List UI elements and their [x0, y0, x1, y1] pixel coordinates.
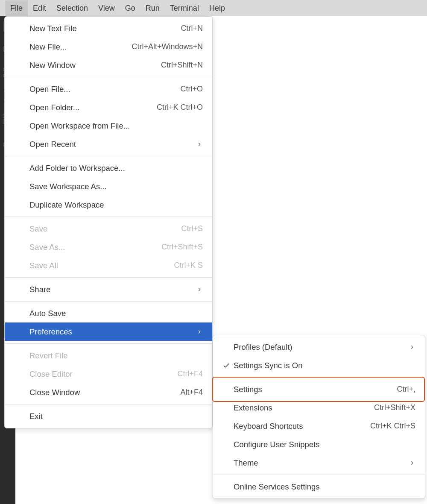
- file-menu-item-save-as: Save As...Ctrl+Shift+S: [5, 238, 212, 256]
- file-menu-dropdown: New Text FileCtrl+NNew File...Ctrl+Alt+W…: [4, 16, 213, 428]
- menu-item-label: Close Editor: [29, 369, 73, 379]
- file-menu-item-preferences[interactable]: Preferences: [5, 322, 212, 341]
- file-menu-item-close-editor: Close EditorCtrl+F4: [5, 365, 212, 383]
- menu-item-label: Revert File: [29, 351, 67, 360]
- file-menu-item-open-file[interactable]: Open File...Ctrl+O: [5, 80, 212, 98]
- menu-item-label: Open Folder...: [29, 103, 79, 112]
- file-menu-item-revert-file: Revert File: [5, 346, 212, 365]
- file-menu-item-duplicate-workspace[interactable]: Duplicate Workspace: [5, 196, 212, 214]
- menu-item-label: New File...: [29, 42, 67, 52]
- menu-shortcut: Ctrl+K S: [174, 261, 203, 270]
- menu-item-label: Save Workspace As...: [29, 182, 107, 191]
- menu-separator: [5, 404, 212, 404]
- menu-item-label: Add Folder to Workspace...: [29, 164, 125, 173]
- menu-shortcut: Ctrl+Shift+S: [161, 243, 203, 252]
- menu-item-label: Settings Sync is On: [234, 361, 302, 370]
- menu-item-label: Open Recent: [29, 140, 76, 149]
- file-menu-item-save: SaveCtrl+S: [5, 220, 212, 238]
- menu-shortcut: Alt+F4: [180, 388, 203, 397]
- menu-item-label: Open File...: [29, 85, 70, 94]
- file-menu-item-new-window[interactable]: New WindowCtrl+Shift+N: [5, 56, 212, 74]
- prefs-menu-item-theme[interactable]: Theme: [213, 454, 425, 472]
- menu-item-label: Configure User Snippets: [234, 440, 320, 449]
- menu-item-label: Save As...: [29, 243, 65, 252]
- menu-separator: [5, 156, 212, 156]
- file-menu-item-save-all: Save AllCtrl+K S: [5, 256, 212, 275]
- menubar-help[interactable]: Help: [204, 0, 230, 16]
- menu-item-label: New Text File: [29, 24, 77, 33]
- file-menu-item-new-file[interactable]: New File...Ctrl+Alt+Windows+N: [5, 38, 212, 56]
- file-menu-item-auto-save[interactable]: Auto Save: [5, 304, 212, 322]
- menubar-terminal[interactable]: Terminal: [165, 0, 204, 16]
- menu-item-label: Preferences: [29, 327, 72, 337]
- menu-item-label: Open Workspace from File...: [29, 121, 130, 131]
- menu-separator: [5, 217, 212, 217]
- menubar-selection[interactable]: Selection: [51, 0, 93, 16]
- menu-shortcut: Ctrl+N: [181, 24, 203, 33]
- menu-item-label: Share: [29, 285, 50, 294]
- menu-shortcut: Ctrl+S: [181, 224, 203, 233]
- menu-separator: [5, 77, 212, 77]
- menu-item-label: Online Services Settings: [234, 482, 320, 492]
- menu-item-label: Exit: [29, 412, 43, 421]
- chevron-right-icon: [409, 460, 415, 466]
- menu-item-label: Extensions: [234, 403, 272, 413]
- prefs-menu-item-settings-sync-is-on[interactable]: Settings Sync is On: [213, 356, 425, 375]
- file-menu-item-open-recent[interactable]: Open Recent: [5, 135, 212, 153]
- menu-separator: [213, 475, 425, 475]
- file-menu-item-share[interactable]: Share: [5, 280, 212, 299]
- chevron-right-icon: [196, 286, 203, 293]
- menubar-file[interactable]: File: [5, 0, 28, 16]
- menu-shortcut: Ctrl+F4: [177, 369, 203, 378]
- menu-item-label: Profiles (Default): [234, 343, 292, 352]
- file-menu-item-add-folder-to-workspace[interactable]: Add Folder to Workspace...: [5, 159, 212, 177]
- file-menu-item-close-window[interactable]: Close WindowAlt+F4: [5, 383, 212, 401]
- menubar-view[interactable]: View: [93, 0, 120, 16]
- menu-shortcut: Ctrl+Alt+Windows+N: [132, 42, 203, 51]
- menu-item-label: Close Window: [29, 388, 80, 397]
- file-menu-item-open-workspace-from-file[interactable]: Open Workspace from File...: [5, 117, 212, 135]
- file-menu-item-exit[interactable]: Exit: [5, 407, 212, 425]
- menubar-go[interactable]: Go: [120, 0, 140, 16]
- file-menu-item-save-workspace-as[interactable]: Save Workspace As...: [5, 177, 212, 196]
- file-menu-item-new-text-file[interactable]: New Text FileCtrl+N: [5, 19, 212, 38]
- file-menu-item-open-folder[interactable]: Open Folder...Ctrl+K Ctrl+O: [5, 98, 212, 117]
- menubar-edit[interactable]: Edit: [28, 0, 51, 16]
- prefs-menu-item-online-services-settings[interactable]: Online Services Settings: [213, 478, 425, 496]
- menu-item-label: Duplicate Workspace: [29, 200, 104, 210]
- menu-item-label: Theme: [234, 458, 258, 468]
- menu-item-label: Save: [29, 224, 47, 234]
- menu-shortcut: Ctrl+K Ctrl+S: [370, 422, 415, 431]
- menu-item-label: Save All: [29, 261, 58, 270]
- menu-separator: [5, 277, 212, 278]
- menu-item-label: New Window: [29, 61, 76, 70]
- chevron-right-icon: [409, 344, 415, 351]
- menu-shortcut: Ctrl+O: [180, 85, 203, 94]
- menu-separator: [5, 301, 212, 302]
- prefs-menu-item-profiles-default[interactable]: Profiles (Default): [213, 338, 425, 356]
- menu-shortcut: Ctrl+Shift+X: [374, 403, 415, 412]
- chevron-right-icon: [196, 328, 203, 335]
- prefs-menu-item-configure-user-snippets[interactable]: Configure User Snippets: [213, 435, 425, 454]
- menu-item-label: Auto Save: [29, 309, 66, 318]
- highlight-annotation: [212, 377, 425, 402]
- chevron-right-icon: [196, 141, 203, 148]
- prefs-menu-item-keyboard-shortcuts[interactable]: Keyboard ShortcutsCtrl+K Ctrl+S: [213, 417, 425, 435]
- menubar: File Edit Selection View Go Run Terminal…: [0, 0, 427, 16]
- menubar-run[interactable]: Run: [140, 0, 165, 16]
- menu-item-label: Keyboard Shortcuts: [234, 422, 303, 431]
- menu-separator: [5, 343, 212, 344]
- check-icon: [222, 362, 230, 369]
- preferences-submenu: Profiles (Default)Settings Sync is OnSet…: [213, 335, 425, 499]
- menu-shortcut: Ctrl+K Ctrl+O: [157, 103, 203, 112]
- menu-shortcut: Ctrl+Shift+N: [161, 61, 203, 70]
